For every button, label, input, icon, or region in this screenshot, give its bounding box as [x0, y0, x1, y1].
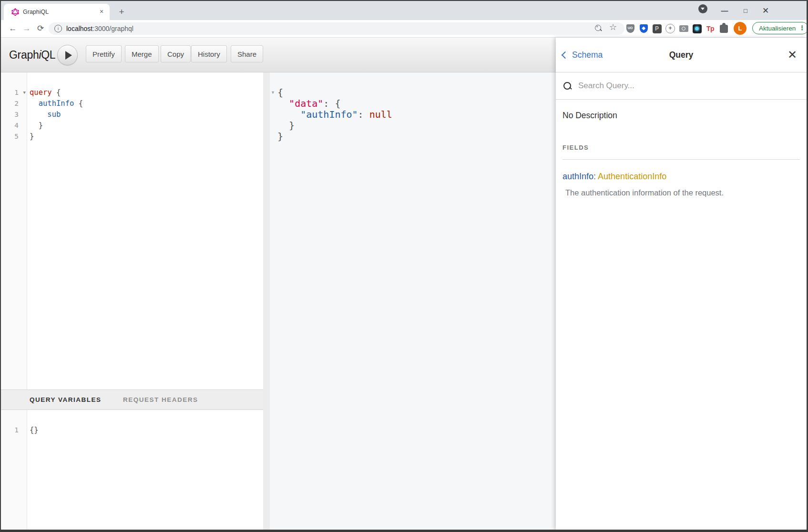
forward-button[interactable]: →	[21, 23, 32, 34]
merge-button[interactable]: Merge	[125, 45, 159, 62]
extension-bitwarden-icon[interactable]: ◆	[638, 23, 649, 34]
browser-titlebar: GraphiQL × + — □ ✕	[1, 1, 807, 20]
tab-title: GraphiQL	[23, 9, 97, 15]
field-type-link[interactable]: AuthenticationInfo	[598, 172, 666, 181]
doc-explorer: Schema Query ✕ No Description FIELDS aut…	[556, 38, 807, 530]
window-maximize-button[interactable]: □	[735, 1, 756, 20]
back-button[interactable]: ←	[8, 23, 18, 34]
result-line: }	[277, 131, 556, 142]
doc-explorer-header: Schema Query ✕	[556, 38, 807, 72]
field-separator: :	[593, 172, 598, 181]
code-line: query {	[30, 87, 263, 98]
browser-navbar: ← → ⟳ i localhost:3000/graphql ☆ UO ◆ P …	[1, 20, 807, 38]
history-button[interactable]: History	[191, 45, 227, 62]
graphiql-main: GraphiQL Prettify Merge Copy History Sha…	[1, 38, 556, 530]
code-line: }	[30, 120, 263, 131]
window-close-button[interactable]: ✕	[755, 1, 776, 20]
tab-search-button[interactable]	[698, 4, 707, 13]
variables-editor[interactable]: 1 {}	[1, 410, 263, 530]
browser-update-button[interactable]: Aktualisieren ⋮	[752, 22, 807, 34]
address-bar[interactable]: i localhost:3000/graphql	[49, 22, 624, 35]
tab-query-variables[interactable]: QUERY VARIABLES	[30, 390, 102, 409]
menu-dots-icon[interactable]: ⋮	[799, 26, 805, 30]
result-line: }	[277, 120, 556, 131]
execute-query-button[interactable]	[57, 45, 78, 65]
graphql-favicon	[11, 8, 19, 16]
chevron-down-icon	[701, 8, 705, 10]
secondary-editor-tabs: QUERY VARIABLES REQUEST HEADERS	[1, 389, 263, 410]
window-minimize-button[interactable]: —	[714, 1, 735, 20]
new-tab-button[interactable]: +	[115, 6, 128, 18]
doc-title: Query	[556, 38, 807, 72]
share-button[interactable]: Share	[231, 45, 263, 62]
bookmark-star-icon[interactable]: ☆	[609, 22, 617, 32]
extension-p-icon[interactable]: P	[651, 23, 663, 34]
extension-ublock-icon[interactable]: UO	[624, 23, 636, 34]
graphiql-toolbar: GraphiQL Prettify Merge Copy History Sha…	[1, 38, 556, 72]
tab-close-icon[interactable]: ×	[97, 8, 106, 16]
graphiql-logo: GraphiQL	[9, 38, 55, 72]
query-code[interactable]: query { authInfo { sub } }	[1, 72, 263, 389]
extensions-puzzle-icon[interactable]	[718, 23, 729, 34]
result-line: "data": {	[277, 98, 556, 109]
code-line: authInfo {	[30, 98, 263, 109]
extension-react-devtools-icon[interactable]	[691, 23, 703, 34]
extension-screenshot-icon[interactable]	[678, 23, 689, 34]
variables-code[interactable]: {}	[1, 410, 263, 530]
field-name-link[interactable]: authInfo	[563, 172, 593, 181]
profile-avatar[interactable]: L	[734, 22, 747, 35]
doc-search-input[interactable]	[577, 81, 770, 91]
result-pane: ▼ { "data": { "authInfo": null } }	[270, 72, 556, 530]
taskbar-edge	[0, 530, 808, 532]
code-line: sub	[30, 109, 263, 120]
graphiql-app: GraphiQL Prettify Merge Copy History Sha…	[1, 38, 807, 530]
fields-divider	[563, 159, 800, 160]
result-line: "authInfo": null	[277, 109, 556, 120]
prettify-button[interactable]: Prettify	[86, 45, 122, 62]
url-path: :3000/graphql	[92, 25, 133, 32]
page-info-icon[interactable]: i	[54, 25, 62, 32]
url-host: localhost	[66, 25, 92, 32]
extension-resizer-icon[interactable]: +	[665, 23, 676, 34]
code-line: {}	[30, 425, 263, 436]
reload-button[interactable]: ⟳	[35, 23, 46, 34]
play-icon	[65, 51, 72, 60]
fields-heading: FIELDS	[563, 144, 800, 151]
doc-close-icon[interactable]: ✕	[788, 38, 797, 72]
extension-tp-icon[interactable]: Tp	[705, 23, 716, 34]
tab-request-headers[interactable]: REQUEST HEADERS	[123, 390, 198, 409]
result-viewer: { "data": { "authInfo": null } }	[270, 72, 556, 530]
browser-window: GraphiQL × + — □ ✕ ← → ⟳ i localhost:300…	[1, 1, 807, 530]
doc-explorer-body: No Description FIELDS authInfo: Authenti…	[556, 100, 807, 530]
search-icon	[563, 82, 571, 90]
field-entry: authInfo: AuthenticationInfo	[563, 172, 800, 182]
browser-tab[interactable]: GraphiQL ×	[4, 4, 110, 20]
editor-area: 1▼ 2 3 4 5 query { authInfo { sub } }	[1, 72, 556, 530]
copy-button[interactable]: Copy	[161, 45, 191, 62]
field-description: The authentication information of the re…	[563, 188, 800, 197]
doc-search-row	[556, 72, 807, 100]
update-label: Aktualisieren	[759, 25, 796, 32]
pane-resize-handle[interactable]	[263, 72, 270, 530]
code-line: }	[30, 131, 263, 142]
result-line: {	[277, 87, 556, 98]
type-description: No Description	[563, 111, 800, 121]
query-pane: 1▼ 2 3 4 5 query { authInfo { sub } }	[1, 72, 263, 530]
query-editor[interactable]: 1▼ 2 3 4 5 query { authInfo { sub } }	[1, 72, 263, 389]
url-text: localhost:3000/graphql	[66, 25, 133, 32]
zoom-icon[interactable]	[595, 25, 601, 31]
